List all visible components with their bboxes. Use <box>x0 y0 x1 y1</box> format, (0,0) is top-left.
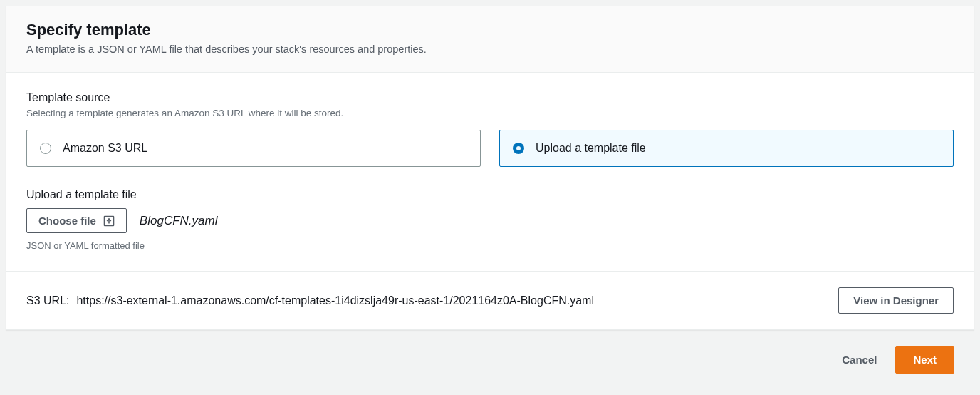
template-source-options: Amazon S3 URL Upload a template file <box>26 130 954 167</box>
radio-icon <box>40 143 51 154</box>
panel-title: Specify template <box>26 21 954 39</box>
panel-footer: S3 URL: https://s3-external-1.amazonaws.… <box>6 271 974 329</box>
page-actions: Cancel Next <box>6 330 974 381</box>
upload-row: Choose file BlogCFN.yaml <box>26 208 954 233</box>
upload-icon <box>103 215 115 227</box>
upload-block: Upload a template file Choose file BlogC… <box>26 188 954 251</box>
next-button[interactable]: Next <box>895 346 954 374</box>
radio-label: Upload a template file <box>536 142 646 155</box>
s3-url-value: https://s3-external-1.amazonaws.com/cf-t… <box>76 294 594 307</box>
file-format-hint: JSON or YAML formatted file <box>26 240 954 251</box>
s3-url-label: S3 URL: <box>26 294 69 307</box>
selected-filename: BlogCFN.yaml <box>140 214 218 228</box>
radio-label: Amazon S3 URL <box>63 142 147 155</box>
specify-template-panel: Specify template A template is a JSON or… <box>6 6 974 330</box>
s3-url-block: S3 URL: https://s3-external-1.amazonaws.… <box>26 294 594 307</box>
template-source-label: Template source <box>26 91 954 104</box>
radio-icon <box>513 143 524 154</box>
cancel-button[interactable]: Cancel <box>842 354 877 366</box>
choose-file-label: Choose file <box>38 215 96 227</box>
choose-file-button[interactable]: Choose file <box>26 208 127 233</box>
view-in-designer-button[interactable]: View in Designer <box>838 287 954 314</box>
radio-amazon-s3-url[interactable]: Amazon S3 URL <box>26 130 481 167</box>
panel-header: Specify template A template is a JSON or… <box>6 6 974 73</box>
panel-body: Template source Selecting a template gen… <box>6 73 974 271</box>
panel-description: A template is a JSON or YAML file that d… <box>26 43 954 55</box>
template-source-sub: Selecting a template generates an Amazon… <box>26 108 954 118</box>
upload-label: Upload a template file <box>26 188 954 201</box>
radio-upload-template-file[interactable]: Upload a template file <box>499 130 954 167</box>
